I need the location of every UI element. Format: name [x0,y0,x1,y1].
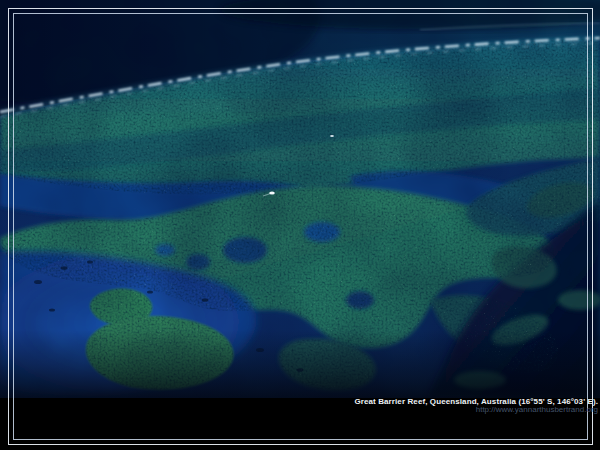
boat-speck-2 [330,135,334,137]
reef-photo-illustration [0,0,600,398]
wallpaper-photo [0,0,600,398]
photo-credit-url: http://www.yannarthusbertrand.org [0,406,598,414]
caption-band: Great Barrier Reef, Queensland, Australi… [0,398,598,414]
